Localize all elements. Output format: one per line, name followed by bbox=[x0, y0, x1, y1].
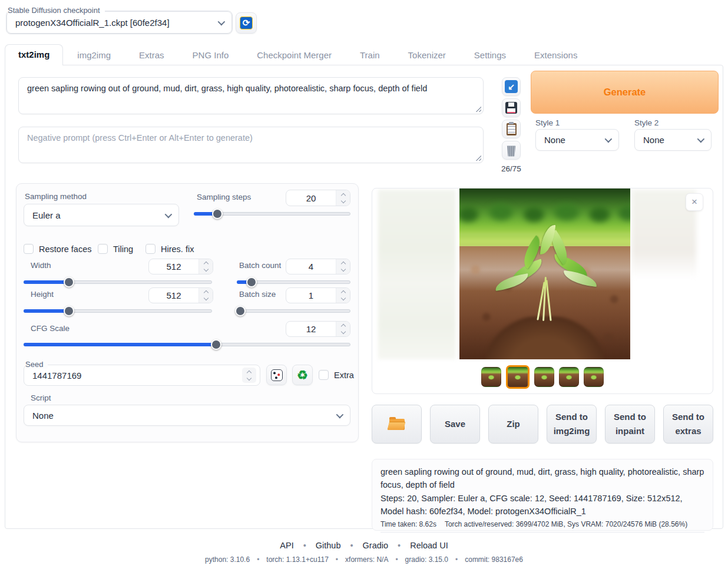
width-input[interactable]: 512 bbox=[148, 259, 213, 274]
sampling-steps-slider[interactable] bbox=[194, 209, 350, 219]
checkpoint-value: protogenX34OfficialR_1.ckpt [60fe2f34] bbox=[15, 18, 170, 28]
cfg-scale-input[interactable]: 12 bbox=[286, 321, 350, 337]
gallery-prev-image[interactable] bbox=[378, 190, 456, 359]
send-to-img2img-button[interactable]: Send to img2img bbox=[547, 405, 597, 444]
save-button[interactable]: Save bbox=[430, 405, 480, 444]
sampling-steps-label: Sampling steps bbox=[197, 193, 251, 201]
style1-select[interactable]: None bbox=[535, 129, 619, 151]
checkpoint-dropdown-box: Stable Diffusion checkpoint protogenX34O… bbox=[6, 11, 233, 34]
generation-info: green sapling rowing out of ground, mud,… bbox=[372, 459, 713, 531]
prompt-tools: ↙ 26/75 bbox=[501, 77, 521, 173]
chevron-down-icon bbox=[697, 135, 705, 143]
batch-size-input[interactable]: 1 bbox=[286, 287, 350, 303]
tab-extensions[interactable]: Extensions bbox=[520, 50, 591, 60]
bullet: • bbox=[395, 555, 398, 564]
tab-png-info[interactable]: PNG Info bbox=[178, 50, 243, 60]
height-slider[interactable] bbox=[24, 306, 212, 316]
batch-size-slider[interactable] bbox=[237, 306, 350, 316]
negative-prompt-box bbox=[18, 127, 484, 163]
thumbnail-2-selected[interactable] bbox=[506, 365, 530, 389]
tab-train[interactable]: Train bbox=[346, 50, 394, 60]
generated-image[interactable] bbox=[459, 188, 630, 359]
tab-txt2img[interactable]: txt2img bbox=[5, 44, 63, 65]
clear-prompt-button[interactable] bbox=[502, 141, 521, 160]
close-icon: × bbox=[691, 196, 697, 208]
tab-extras[interactable]: Extras bbox=[125, 50, 178, 60]
sampling-method-select[interactable]: Euler a bbox=[24, 204, 179, 226]
footer-link-api[interactable]: API bbox=[280, 541, 293, 550]
thumbnail-3[interactable] bbox=[534, 367, 554, 387]
clipboard-icon bbox=[507, 123, 517, 135]
batch-count-slider[interactable] bbox=[237, 277, 350, 287]
batch-count-input[interactable]: 4 bbox=[286, 259, 350, 274]
footer-link-gradio[interactable]: Gradio bbox=[363, 541, 389, 550]
slider-thumb[interactable] bbox=[64, 306, 74, 316]
tab-img2img[interactable]: img2img bbox=[63, 50, 125, 60]
bullet: • bbox=[455, 555, 458, 564]
negative-prompt-input[interactable] bbox=[19, 127, 483, 163]
chevron-down-icon bbox=[218, 18, 226, 25]
slider-thumb[interactable] bbox=[212, 209, 223, 219]
footer-link-github[interactable]: Github bbox=[316, 541, 341, 550]
restore-faces-option: Restore faces bbox=[24, 244, 91, 254]
thumbnail-5[interactable] bbox=[584, 367, 604, 387]
height-input[interactable]: 512 bbox=[148, 287, 213, 303]
stepper-arrows[interactable] bbox=[242, 368, 256, 383]
send-to-inpaint-button[interactable]: Send to inpaint bbox=[605, 405, 655, 444]
generation-settings-panel: Sampling method Euler a Sampling steps 2… bbox=[16, 183, 359, 442]
tab-tokenizer[interactable]: Tokenizer bbox=[394, 50, 460, 60]
style2-label: Style 2 bbox=[634, 118, 658, 127]
prompt-input[interactable]: green sapling rowing out of ground, mud,… bbox=[19, 78, 483, 114]
sampling-method-label: Sampling method bbox=[25, 192, 87, 201]
recycle-icon: ♻ bbox=[297, 369, 308, 381]
cfg-scale-slider[interactable] bbox=[24, 339, 350, 350]
stepper-arrows[interactable] bbox=[336, 288, 350, 303]
sampling-method-value: Euler a bbox=[32, 210, 61, 220]
style2-select[interactable]: None bbox=[634, 129, 712, 151]
sampling-steps-input[interactable]: 20 bbox=[286, 190, 350, 206]
bullet: • bbox=[257, 555, 259, 564]
hires-fix-label: Hires. fix bbox=[161, 244, 194, 254]
thumbnail-1[interactable] bbox=[481, 367, 501, 387]
generate-button[interactable]: Generate bbox=[531, 71, 719, 114]
reuse-seed-button[interactable]: ♻ bbox=[292, 365, 313, 385]
seed-value[interactable]: 1441787169 bbox=[32, 370, 81, 381]
height-label: Height bbox=[31, 290, 54, 299]
stepper-arrows[interactable] bbox=[336, 259, 350, 274]
batch-count-label: Batch count bbox=[239, 261, 281, 270]
refresh-checkpoints-button[interactable]: ⟳ bbox=[236, 12, 257, 34]
stepper-arrows[interactable] bbox=[336, 190, 350, 206]
slider-thumb[interactable] bbox=[235, 306, 246, 316]
apply-style-button[interactable] bbox=[502, 120, 521, 138]
save-style-button[interactable] bbox=[502, 98, 521, 117]
width-value: 512 bbox=[149, 259, 198, 274]
slider-thumb[interactable] bbox=[64, 277, 74, 287]
stepper-arrows[interactable] bbox=[198, 288, 213, 303]
restore-faces-checkbox[interactable] bbox=[24, 244, 34, 254]
open-folder-button[interactable] bbox=[372, 405, 422, 444]
script-value: None bbox=[32, 411, 54, 421]
send-to-extras-button[interactable]: Send to extras bbox=[663, 405, 713, 444]
paste-params-button[interactable]: ↙ bbox=[502, 77, 521, 96]
tab-checkpoint-merger[interactable]: Checkpoint Merger bbox=[243, 50, 346, 60]
refresh-icon: ⟳ bbox=[240, 16, 253, 29]
tiling-checkbox[interactable] bbox=[98, 244, 108, 254]
stepper-arrows[interactable] bbox=[336, 322, 350, 336]
height-value: 512 bbox=[149, 288, 198, 303]
close-gallery-button[interactable]: × bbox=[686, 193, 703, 211]
random-seed-button[interactable] bbox=[266, 365, 287, 385]
info-time-row: Time taken: 8.62s Torch active/reserved:… bbox=[380, 520, 704, 532]
zip-button[interactable]: Zip bbox=[488, 405, 538, 444]
tab-settings[interactable]: Settings bbox=[460, 50, 520, 60]
width-slider[interactable] bbox=[24, 277, 212, 287]
batch-size-value: 1 bbox=[286, 288, 336, 303]
slider-thumb[interactable] bbox=[246, 277, 257, 287]
thumbnail-4[interactable] bbox=[559, 367, 579, 387]
footer-link-reload-ui[interactable]: Reload UI bbox=[410, 541, 448, 550]
chevron-down-icon bbox=[336, 411, 344, 418]
slider-thumb[interactable] bbox=[211, 339, 221, 350]
extra-checkbox[interactable] bbox=[319, 370, 329, 380]
hires-fix-checkbox[interactable] bbox=[145, 244, 155, 254]
script-select[interactable]: None bbox=[24, 405, 350, 426]
stepper-arrows[interactable] bbox=[198, 259, 213, 274]
